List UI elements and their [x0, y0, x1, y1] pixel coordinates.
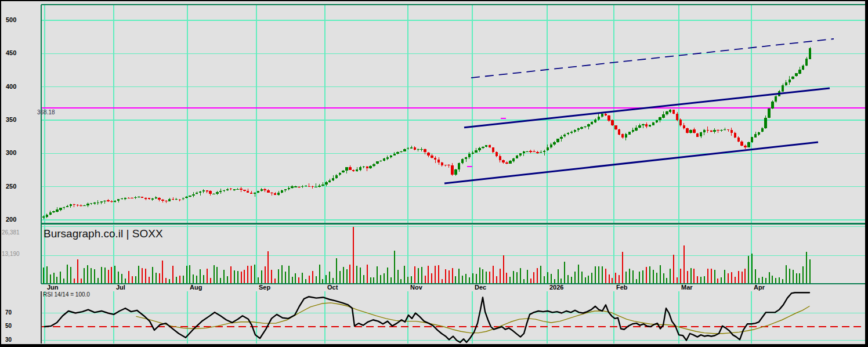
rsi-axis-tick: 30 — [5, 337, 12, 343]
price-axis-tick: 200 — [6, 216, 16, 223]
volume-axis-tick: 13,190 — [2, 251, 20, 257]
month-label: Dec — [475, 284, 486, 291]
rsi-axis-tick: 50 — [5, 323, 12, 329]
month-label: Jun — [47, 284, 59, 291]
rsi-indicator-title: RSI 14/14 = 100.0 — [43, 292, 90, 298]
chart-window: 500 450 400 350 300 250 200 368.18 26,38… — [0, 0, 868, 347]
month-label: Feb — [616, 284, 628, 291]
price-axis-tick: 250 — [6, 183, 16, 190]
price-axis-tick: 500 — [6, 17, 16, 23]
month-label: Apr — [754, 284, 765, 291]
price-axis-tick: 350 — [6, 117, 16, 123]
rsi-axis-tick: 70 — [5, 310, 12, 316]
month-label: Mar — [681, 284, 693, 291]
volume-axis-tick: 26,381 — [2, 230, 20, 236]
price-axis-tick: 400 — [6, 84, 16, 90]
month-label: 2026 — [549, 284, 563, 291]
price-axis-tick: 300 — [6, 150, 16, 156]
month-label: Aug — [190, 284, 202, 291]
price-axis-tick: 450 — [6, 50, 16, 56]
month-label: Jul — [116, 284, 125, 291]
watermark-symbol-title: Bursagraph.co.il | SOXX — [44, 228, 163, 239]
month-label: Nov — [410, 284, 422, 291]
month-label: Oct — [327, 284, 338, 291]
price-chart-canvas[interactable] — [0, 0, 868, 347]
ref-line-price-label: 368.18 — [37, 110, 55, 115]
month-label: Sep — [259, 284, 270, 291]
